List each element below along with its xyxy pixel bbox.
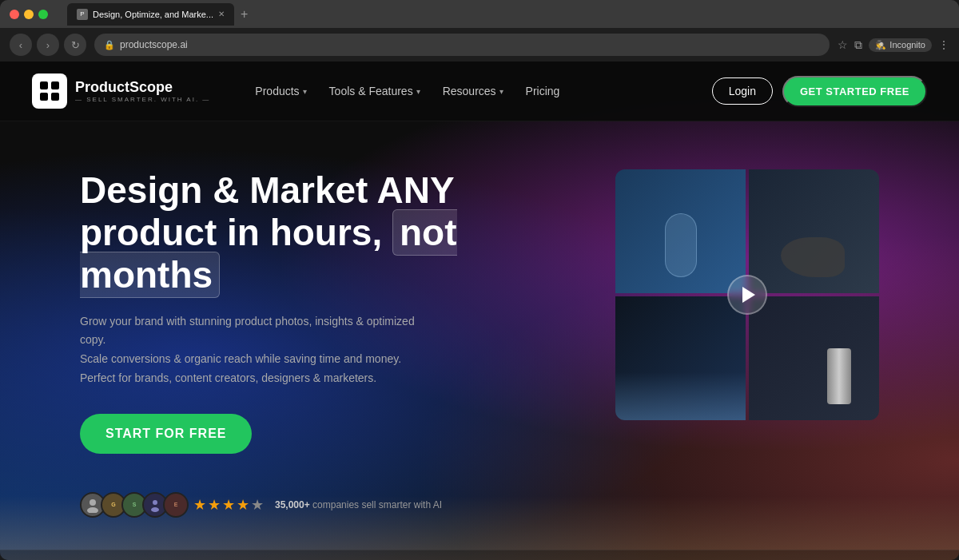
svg-point-4 xyxy=(90,499,96,506)
hero-title: Design & Market ANY product in hours, no… xyxy=(80,169,567,296)
image-top-right xyxy=(749,169,879,293)
hero-subtitle: Grow your brand with stunning product ph… xyxy=(80,312,416,388)
tab-close-icon[interactable]: ✕ xyxy=(218,10,225,18)
logo-name: ProductScope xyxy=(75,79,210,96)
feature-badges: ✓ No Credit Card Required ✓ 200 Free Stu… xyxy=(0,550,959,560)
image-top-left xyxy=(615,169,746,293)
address-bar: ‹ › ↻ 🔒 productscope.ai ☆ ⧉ 🕵 Incognito … xyxy=(0,28,959,62)
website-content: ProductScope — SELL SMARTER. WITH AI. — … xyxy=(0,62,959,560)
navbar: ProductScope — SELL SMARTER. WITH AI. — … xyxy=(0,62,959,121)
maximize-button[interactable] xyxy=(38,10,48,19)
nav-products-label: Products xyxy=(255,85,299,97)
nav-buttons: ‹ › ↻ xyxy=(10,34,86,56)
glass-decoration xyxy=(665,213,697,277)
new-tab-button[interactable]: + xyxy=(241,7,248,22)
tools-chevron-icon: ▾ xyxy=(416,87,420,96)
play-button[interactable] xyxy=(727,275,767,315)
incognito-icon: 🕵 xyxy=(875,40,886,50)
traffic-lights xyxy=(10,10,48,19)
hero-right xyxy=(615,169,879,420)
resources-chevron-icon: ▾ xyxy=(499,87,503,96)
url-bar[interactable]: 🔒 productscope.ai xyxy=(94,34,830,56)
image-bottom-right xyxy=(749,296,879,420)
social-count: 35,000+ xyxy=(275,499,310,510)
browser-actions: ☆ ⧉ 🕵 Incognito ⋮ xyxy=(838,38,949,52)
menu-icon[interactable]: ⋮ xyxy=(938,38,949,51)
minimize-button[interactable] xyxy=(24,10,34,19)
lock-icon: 🔒 xyxy=(104,40,115,50)
browser-window: P Design, Optimize, and Marke... ✕ + ‹ ›… xyxy=(0,0,959,560)
forward-button[interactable]: › xyxy=(37,34,59,56)
svg-point-5 xyxy=(87,507,98,513)
title-bar: P Design, Optimize, and Marke... ✕ + xyxy=(0,0,959,28)
incognito-label: Incognito xyxy=(889,40,925,50)
nav-tools-label: Tools & Features xyxy=(329,85,413,97)
avatar-stack: G S E xyxy=(80,492,184,518)
products-chevron-icon: ▾ xyxy=(303,87,307,96)
nav-tools[interactable]: Tools & Features ▾ xyxy=(329,85,420,97)
svg-rect-1 xyxy=(51,81,59,89)
hero-left: Design & Market ANY product in hours, no… xyxy=(80,169,567,518)
extensions-icon[interactable]: ⧉ xyxy=(854,38,862,52)
hero-section: Design & Market ANY product in hours, no… xyxy=(0,121,959,550)
social-text: 35,000+ companies sell smarter with AI xyxy=(275,499,442,510)
play-icon xyxy=(742,287,755,303)
nav-products[interactable]: Products ▾ xyxy=(255,85,306,97)
tab-title: Design, Optimize, and Marke... xyxy=(93,10,213,19)
svg-rect-2 xyxy=(40,93,48,101)
svg-rect-3 xyxy=(51,93,59,101)
logo-tagline: — SELL SMARTER. WITH AI. — xyxy=(75,96,210,103)
svg-point-7 xyxy=(151,507,159,512)
nav-links: Products ▾ Tools & Features ▾ Resources … xyxy=(255,85,686,97)
get-started-button[interactable]: GET STARTED FREE xyxy=(782,76,927,107)
reload-button[interactable]: ↻ xyxy=(64,34,86,56)
rock-decoration xyxy=(781,237,845,277)
wave-decoration xyxy=(615,372,746,420)
nav-pricing-label: Pricing xyxy=(526,85,560,97)
image-bottom-left xyxy=(615,296,746,420)
image-grid xyxy=(615,169,879,420)
nav-resources-label: Resources xyxy=(443,85,496,97)
logo[interactable]: ProductScope — SELL SMARTER. WITH AI. — xyxy=(32,73,210,109)
logo-text: ProductScope — SELL SMARTER. WITH AI. — xyxy=(75,79,210,103)
social-desc: companies sell smarter with AI xyxy=(312,499,442,510)
tab-favicon: P xyxy=(77,9,88,20)
bookmark-icon[interactable]: ☆ xyxy=(838,38,848,51)
social-proof: G S E ★★★★★ 35,000+ xyxy=(80,492,567,518)
back-button[interactable]: ‹ xyxy=(10,34,32,56)
active-tab[interactable]: P Design, Optimize, and Marke... ✕ xyxy=(67,3,234,26)
nav-pricing[interactable]: Pricing xyxy=(526,85,560,97)
nav-resources[interactable]: Resources ▾ xyxy=(443,85,503,97)
cylinder-decoration xyxy=(827,348,851,404)
avatar-5: E xyxy=(163,492,189,518)
start-free-button[interactable]: START FOR FREE xyxy=(80,414,252,454)
star-rating: ★★★★★ xyxy=(193,496,265,514)
url-text: productscope.ai xyxy=(120,39,188,50)
svg-rect-0 xyxy=(40,81,48,89)
nav-actions: Login GET STARTED FREE xyxy=(712,76,927,107)
incognito-badge: 🕵 Incognito xyxy=(869,38,932,52)
svg-point-6 xyxy=(153,500,157,505)
tab-bar: P Design, Optimize, and Marke... ✕ + xyxy=(67,3,248,26)
logo-icon xyxy=(32,73,67,109)
close-button[interactable] xyxy=(10,10,19,19)
login-button[interactable]: Login xyxy=(712,77,773,105)
